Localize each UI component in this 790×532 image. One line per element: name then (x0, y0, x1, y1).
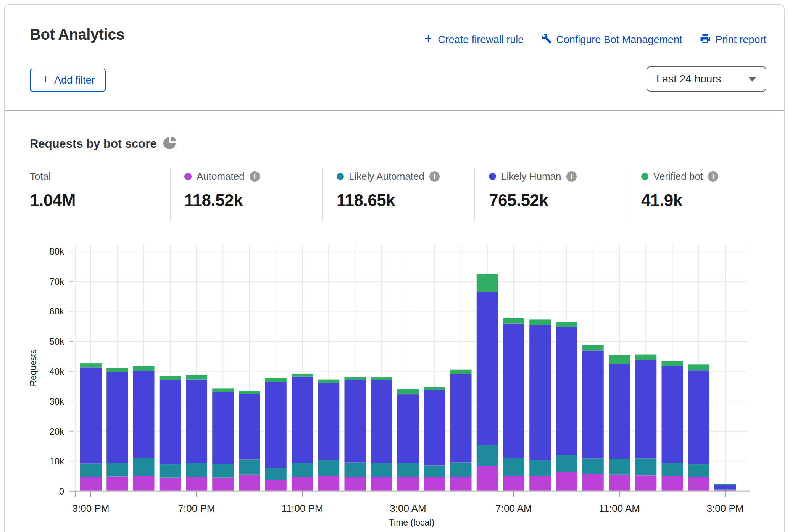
bar-segment-automated (635, 475, 656, 491)
stats-row: Total 1.04M Automated i 118.52k Likely A… (5, 168, 784, 221)
bar-segment-likely_automated (345, 463, 366, 477)
bar-segment-likely_human (345, 380, 366, 462)
bar-segment-likely_automated (133, 458, 155, 476)
stat-likely-human: Likely Human i 765.52k (474, 168, 627, 221)
bar-segment-verified_bot (609, 355, 630, 364)
time-range-value: Last 24 hours (656, 73, 748, 85)
bar-4[interactable] (186, 375, 207, 491)
bar-segment-likely_human (503, 324, 524, 458)
bar-1[interactable] (106, 368, 128, 491)
bar-segment-likely_automated (80, 464, 102, 477)
stat-likely-automated-value: 118.65k (337, 191, 474, 210)
bar-segment-verified_bot (371, 377, 392, 380)
likely-human-legend-dot (489, 173, 496, 180)
stat-automated-label: Automated (197, 171, 245, 182)
bar-19[interactable] (582, 345, 604, 491)
bar-segment-likely_automated (662, 463, 683, 476)
bar-segment-verified_bot (450, 370, 472, 374)
bar-segment-automated (556, 472, 577, 491)
bar-segment-verified_bot (106, 368, 128, 372)
bar-segment-verified_bot (186, 375, 207, 380)
bar-segment-verified_bot (556, 322, 577, 327)
bar-segment-likely_human (106, 372, 128, 463)
svg-text:70k: 70k (49, 276, 64, 287)
bar-8[interactable] (292, 374, 313, 491)
bar-3[interactable] (160, 376, 181, 491)
bar-segment-likely_automated (397, 463, 419, 477)
stat-likely-automated: Likely Automated i 118.65k (322, 168, 474, 221)
bar-13[interactable] (424, 387, 445, 491)
content: Requests by bot score Total 1.04M Automa… (5, 111, 784, 529)
svg-text:3:00 PM: 3:00 PM (73, 503, 110, 514)
bar-segment-automated (529, 476, 551, 491)
stat-automated: Automated i 118.52k (170, 168, 322, 221)
bar-segment-automated (503, 476, 524, 491)
bar-16[interactable] (503, 318, 524, 491)
requests-by-bot-score-chart[interactable]: 010k20k30k40k50k60k70k80k3:00 PM7:00 PM1… (5, 235, 784, 529)
bar-segment-likely_human (239, 394, 260, 459)
bar-segment-automated (212, 478, 234, 491)
bar-segment-automated (106, 476, 128, 491)
printer-icon (700, 33, 711, 47)
configure-bot-management-link[interactable]: Configure Bot Management (541, 33, 682, 47)
bar-9[interactable] (318, 380, 339, 491)
bar-segment-automated (609, 475, 630, 491)
x-axis-title: Time (local) (389, 517, 434, 527)
bar-segment-likely_automated (503, 458, 524, 476)
bar-segment-likely_automated (212, 464, 234, 477)
svg-text:7:00 PM: 7:00 PM (178, 503, 215, 514)
svg-text:3:00 PM: 3:00 PM (707, 503, 744, 514)
bar-segment-likely_automated (239, 459, 260, 474)
info-icon[interactable]: i (566, 171, 577, 182)
info-icon[interactable]: i (250, 171, 260, 182)
page-title: Bot Analytics (30, 26, 124, 43)
y-axis-title: Requests (28, 349, 38, 386)
svg-text:40k: 40k (49, 366, 64, 377)
bar-segment-automated (662, 476, 683, 491)
bar-segment-likely_automated (582, 458, 604, 474)
info-icon[interactable]: i (429, 171, 440, 182)
bar-17[interactable] (529, 319, 551, 491)
stat-total-label: Total (30, 171, 51, 182)
bar-24[interactable] (714, 484, 736, 491)
bar-2[interactable] (133, 366, 155, 491)
stat-verified-bot: Verified bot i 41.9k (627, 168, 779, 221)
svg-text:30k: 30k (49, 396, 64, 406)
bar-12[interactable] (397, 389, 419, 491)
bar-11[interactable] (371, 377, 392, 491)
bar-segment-automated (397, 477, 419, 491)
svg-text:11:00 PM: 11:00 PM (281, 503, 323, 514)
bar-segment-likely_human (450, 374, 472, 462)
time-range-select[interactable]: Last 24 hours (647, 66, 766, 92)
bar-segment-verified_bot (80, 363, 102, 367)
bar-segment-verified_bot (688, 364, 709, 370)
bar-segment-likely_automated (714, 489, 736, 490)
bar-14[interactable] (450, 370, 472, 491)
bar-5[interactable] (212, 388, 234, 491)
bar-segment-verified_bot (265, 378, 287, 382)
bar-segment-likely_automated (318, 460, 339, 476)
create-firewall-rule-link[interactable]: Create firewall rule (423, 33, 524, 47)
bar-20[interactable] (609, 355, 630, 491)
bar-23[interactable] (688, 364, 709, 491)
bar-15[interactable] (477, 274, 498, 491)
bar-segment-likely_automated (635, 458, 656, 475)
bar-7[interactable] (265, 378, 287, 491)
bar-segment-likely_automated (556, 455, 577, 472)
bar-segment-likely_human (714, 484, 736, 489)
bar-21[interactable] (635, 355, 656, 491)
info-icon[interactable]: i (708, 171, 718, 182)
bar-segment-automated (371, 477, 392, 491)
bar-segment-likely_human (212, 392, 234, 464)
bar-22[interactable] (662, 361, 683, 491)
svg-text:60k: 60k (49, 306, 64, 316)
bar-0[interactable] (80, 363, 102, 491)
bar-6[interactable] (239, 391, 260, 491)
bar-segment-automated (688, 477, 709, 491)
bar-segment-verified_bot (133, 366, 155, 371)
bar-18[interactable] (556, 322, 577, 491)
add-filter-button[interactable]: Add filter (30, 69, 106, 92)
bar-10[interactable] (345, 377, 366, 491)
print-report-link[interactable]: Print report (700, 33, 766, 47)
bar-segment-likely_automated (688, 464, 709, 477)
